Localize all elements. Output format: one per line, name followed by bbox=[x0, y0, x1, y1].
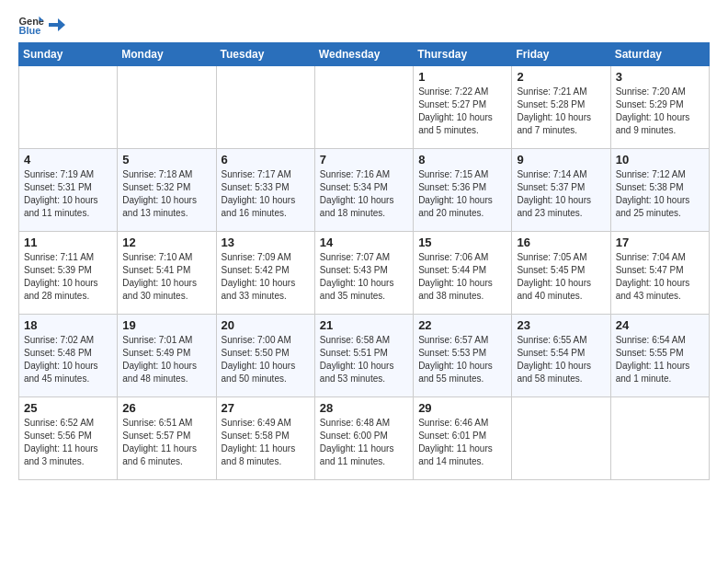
day-info: Sunrise: 6:51 AM Sunset: 5:57 PM Dayligh… bbox=[122, 417, 210, 468]
calendar-cell: 23Sunrise: 6:55 AM Sunset: 5:54 PM Dayli… bbox=[512, 315, 610, 397]
day-number: 4 bbox=[24, 153, 112, 167]
day-info: Sunrise: 7:09 AM Sunset: 5:42 PM Dayligh… bbox=[222, 251, 310, 303]
calendar-week-row: 11Sunrise: 7:11 AM Sunset: 5:39 PM Dayli… bbox=[19, 232, 710, 315]
day-number: 25 bbox=[24, 401, 112, 415]
calendar-header-sunday: Sunday bbox=[19, 43, 118, 66]
logo: General Blue bbox=[18, 15, 66, 35]
day-info: Sunrise: 6:48 AM Sunset: 6:00 PM Dayligh… bbox=[320, 417, 408, 468]
logo-icon: General Blue bbox=[18, 15, 44, 35]
calendar-cell bbox=[118, 66, 216, 149]
calendar-cell: 17Sunrise: 7:04 AM Sunset: 5:47 PM Dayli… bbox=[610, 232, 709, 315]
calendar-week-row: 18Sunrise: 7:02 AM Sunset: 5:48 PM Dayli… bbox=[19, 315, 710, 397]
calendar-cell bbox=[19, 66, 118, 149]
day-number: 11 bbox=[24, 236, 112, 249]
day-number: 12 bbox=[122, 236, 210, 249]
day-info: Sunrise: 7:11 AM Sunset: 5:39 PM Dayligh… bbox=[24, 251, 112, 303]
svg-text:Blue: Blue bbox=[18, 25, 40, 35]
calendar-header-wednesday: Wednesday bbox=[314, 43, 413, 66]
calendar-body: 1Sunrise: 7:22 AM Sunset: 5:27 PM Daylig… bbox=[19, 66, 710, 480]
calendar-cell: 5Sunrise: 7:18 AM Sunset: 5:32 PM Daylig… bbox=[118, 149, 216, 232]
day-info: Sunrise: 6:58 AM Sunset: 5:51 PM Dayligh… bbox=[320, 334, 408, 385]
day-number: 21 bbox=[320, 318, 408, 332]
day-info: Sunrise: 6:49 AM Sunset: 5:58 PM Dayligh… bbox=[222, 417, 310, 468]
day-number: 26 bbox=[122, 401, 210, 415]
day-number: 24 bbox=[616, 318, 704, 332]
calendar-cell: 26Sunrise: 6:51 AM Sunset: 5:57 PM Dayli… bbox=[118, 397, 216, 480]
day-number: 1 bbox=[418, 70, 506, 84]
day-info: Sunrise: 6:54 AM Sunset: 5:55 PM Dayligh… bbox=[616, 334, 704, 385]
day-info: Sunrise: 7:10 AM Sunset: 5:41 PM Dayligh… bbox=[122, 251, 210, 303]
day-info: Sunrise: 7:18 AM Sunset: 5:32 PM Dayligh… bbox=[122, 168, 210, 220]
day-info: Sunrise: 7:12 AM Sunset: 5:38 PM Dayligh… bbox=[616, 168, 704, 220]
calendar-header-friday: Friday bbox=[512, 43, 610, 66]
day-number: 9 bbox=[517, 153, 605, 167]
day-info: Sunrise: 7:05 AM Sunset: 5:45 PM Dayligh… bbox=[517, 251, 605, 303]
calendar-header-monday: Monday bbox=[118, 43, 216, 66]
day-info: Sunrise: 7:16 AM Sunset: 5:34 PM Dayligh… bbox=[320, 168, 408, 220]
calendar-week-row: 1Sunrise: 7:22 AM Sunset: 5:27 PM Daylig… bbox=[19, 66, 710, 149]
day-number: 3 bbox=[616, 70, 704, 84]
day-info: Sunrise: 6:52 AM Sunset: 5:56 PM Dayligh… bbox=[24, 417, 112, 468]
day-info: Sunrise: 6:57 AM Sunset: 5:53 PM Dayligh… bbox=[418, 334, 506, 385]
day-info: Sunrise: 6:46 AM Sunset: 6:01 PM Dayligh… bbox=[418, 417, 506, 468]
calendar-cell: 12Sunrise: 7:10 AM Sunset: 5:41 PM Dayli… bbox=[118, 232, 216, 315]
calendar-cell: 6Sunrise: 7:17 AM Sunset: 5:33 PM Daylig… bbox=[216, 149, 314, 232]
calendar-cell: 20Sunrise: 7:00 AM Sunset: 5:50 PM Dayli… bbox=[216, 315, 314, 397]
day-info: Sunrise: 7:14 AM Sunset: 5:37 PM Dayligh… bbox=[517, 168, 605, 220]
calendar-cell: 4Sunrise: 7:19 AM Sunset: 5:31 PM Daylig… bbox=[19, 149, 118, 232]
calendar-header-saturday: Saturday bbox=[610, 43, 709, 66]
day-info: Sunrise: 7:17 AM Sunset: 5:33 PM Dayligh… bbox=[222, 168, 310, 220]
day-info: Sunrise: 7:02 AM Sunset: 5:48 PM Dayligh… bbox=[24, 334, 112, 385]
day-info: Sunrise: 7:06 AM Sunset: 5:44 PM Dayligh… bbox=[418, 251, 506, 303]
calendar-cell: 7Sunrise: 7:16 AM Sunset: 5:34 PM Daylig… bbox=[314, 149, 413, 232]
calendar-cell: 13Sunrise: 7:09 AM Sunset: 5:42 PM Dayli… bbox=[216, 232, 314, 315]
calendar-week-row: 25Sunrise: 6:52 AM Sunset: 5:56 PM Dayli… bbox=[19, 397, 710, 480]
day-number: 29 bbox=[418, 401, 506, 415]
day-info: Sunrise: 7:19 AM Sunset: 5:31 PM Dayligh… bbox=[24, 168, 112, 220]
day-info: Sunrise: 7:22 AM Sunset: 5:27 PM Dayligh… bbox=[418, 86, 506, 137]
day-number: 15 bbox=[418, 236, 506, 249]
day-info: Sunrise: 6:55 AM Sunset: 5:54 PM Dayligh… bbox=[517, 334, 605, 385]
calendar-cell: 21Sunrise: 6:58 AM Sunset: 5:51 PM Dayli… bbox=[314, 315, 413, 397]
day-number: 6 bbox=[222, 153, 310, 167]
header: General Blue bbox=[18, 15, 710, 35]
day-number: 18 bbox=[24, 318, 112, 332]
calendar-cell: 27Sunrise: 6:49 AM Sunset: 5:58 PM Dayli… bbox=[216, 397, 314, 480]
calendar-cell bbox=[512, 397, 610, 480]
calendar-cell: 22Sunrise: 6:57 AM Sunset: 5:53 PM Dayli… bbox=[414, 315, 512, 397]
calendar-cell: 29Sunrise: 6:46 AM Sunset: 6:01 PM Dayli… bbox=[414, 397, 512, 480]
day-number: 14 bbox=[320, 236, 408, 249]
day-number: 10 bbox=[616, 153, 704, 167]
day-info: Sunrise: 7:15 AM Sunset: 5:36 PM Dayligh… bbox=[418, 168, 506, 220]
calendar-cell: 1Sunrise: 7:22 AM Sunset: 5:27 PM Daylig… bbox=[414, 66, 512, 149]
calendar-cell: 2Sunrise: 7:21 AM Sunset: 5:28 PM Daylig… bbox=[512, 66, 610, 149]
day-info: Sunrise: 7:20 AM Sunset: 5:29 PM Dayligh… bbox=[616, 86, 704, 137]
calendar-cell: 28Sunrise: 6:48 AM Sunset: 6:00 PM Dayli… bbox=[314, 397, 413, 480]
calendar-cell bbox=[314, 66, 413, 149]
day-number: 28 bbox=[320, 401, 408, 415]
calendar-cell: 25Sunrise: 6:52 AM Sunset: 5:56 PM Dayli… bbox=[19, 397, 118, 480]
calendar-header-tuesday: Tuesday bbox=[216, 43, 314, 66]
calendar-cell: 3Sunrise: 7:20 AM Sunset: 5:29 PM Daylig… bbox=[610, 66, 709, 149]
calendar-header-row: SundayMondayTuesdayWednesdayThursdayFrid… bbox=[19, 43, 710, 66]
day-number: 20 bbox=[222, 318, 310, 332]
day-number: 2 bbox=[517, 70, 605, 84]
day-number: 22 bbox=[418, 318, 506, 332]
day-number: 17 bbox=[616, 236, 704, 249]
calendar-cell: 16Sunrise: 7:05 AM Sunset: 5:45 PM Dayli… bbox=[512, 232, 610, 315]
calendar-cell: 24Sunrise: 6:54 AM Sunset: 5:55 PM Dayli… bbox=[610, 315, 709, 397]
day-info: Sunrise: 7:21 AM Sunset: 5:28 PM Dayligh… bbox=[517, 86, 605, 137]
day-number: 5 bbox=[122, 153, 210, 167]
day-info: Sunrise: 7:01 AM Sunset: 5:49 PM Dayligh… bbox=[122, 334, 210, 385]
calendar-cell: 15Sunrise: 7:06 AM Sunset: 5:44 PM Dayli… bbox=[414, 232, 512, 315]
calendar-cell: 19Sunrise: 7:01 AM Sunset: 5:49 PM Dayli… bbox=[118, 315, 216, 397]
day-number: 7 bbox=[320, 153, 408, 167]
day-number: 27 bbox=[222, 401, 310, 415]
calendar-cell bbox=[610, 397, 709, 480]
day-number: 23 bbox=[517, 318, 605, 332]
calendar-header-thursday: Thursday bbox=[414, 43, 512, 66]
day-info: Sunrise: 7:00 AM Sunset: 5:50 PM Dayligh… bbox=[222, 334, 310, 385]
calendar-cell: 10Sunrise: 7:12 AM Sunset: 5:38 PM Dayli… bbox=[610, 149, 709, 232]
calendar-cell: 9Sunrise: 7:14 AM Sunset: 5:37 PM Daylig… bbox=[512, 149, 610, 232]
calendar-cell: 18Sunrise: 7:02 AM Sunset: 5:48 PM Dayli… bbox=[19, 315, 118, 397]
